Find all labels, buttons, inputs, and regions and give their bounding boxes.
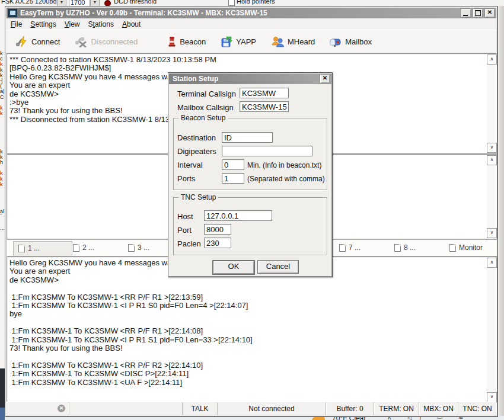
window-titlebar[interactable]: EasyTerm by UZ7HO - Ver 0.49b - Terminal… xyxy=(7,8,496,18)
scroll-up-icon[interactable]: ∧ xyxy=(487,54,497,65)
tab-channel-7[interactable]: 7 ... xyxy=(334,241,393,254)
scroll-up-icon[interactable]: ∧ xyxy=(487,155,497,165)
text-line: 1:Fm KC3SMW To KC3SMW-1 <RR P/F R2 >[22:… xyxy=(9,361,485,370)
menu-about[interactable]: About xyxy=(118,19,145,30)
port-label: Port xyxy=(177,226,192,235)
ports-field[interactable] xyxy=(222,173,244,184)
text-line: bye xyxy=(9,310,485,318)
paclen-field[interactable] xyxy=(204,238,231,248)
yapp-button[interactable]: YAPP xyxy=(218,33,260,50)
cancel-button[interactable]: Cancel xyxy=(257,260,299,274)
monitor-output-pane[interactable]: Hello Greg KC3SMW you have 4 messages wa… xyxy=(7,257,497,403)
dropdown-arrow-icon[interactable]: ▼ xyxy=(90,0,100,6)
background-dark-block xyxy=(0,368,5,408)
menu-settings[interactable]: Settings xyxy=(26,19,60,30)
text-line xyxy=(9,352,485,361)
yapp-label: YAPP xyxy=(236,37,256,46)
center-freq-field[interactable]: 1700 xyxy=(69,0,90,6)
tab-channel-8[interactable]: 8 ... xyxy=(390,241,448,254)
connect-button[interactable]: Connect xyxy=(12,33,63,50)
minimize-button[interactable] xyxy=(461,8,471,18)
disconnect-button[interactable]: Disconnected xyxy=(72,33,141,50)
text-line: 73! Thank you for using the BBS! xyxy=(9,344,485,352)
menu-stations[interactable]: Stations xyxy=(84,19,118,30)
port-field[interactable] xyxy=(204,224,231,235)
dropdown-arrow-icon[interactable]: ▼ xyxy=(57,0,66,6)
text-line: *** Connected to station KC3SMW-1 8/13/2… xyxy=(9,56,485,64)
clear-icon[interactable]: ✕ xyxy=(58,405,65,412)
page-icon xyxy=(449,244,456,252)
paclen-label: Paclen xyxy=(177,239,201,248)
mailbox-callsign-label: Mailbox Callsign xyxy=(177,103,234,112)
mailbox-button[interactable]: Mailbox xyxy=(326,33,375,50)
dcd-indicator-icon xyxy=(104,0,111,6)
background-text-fragments: kckkk┤(a|C kk kkh kkk al‾ ... xyxy=(0,51,5,231)
page-icon xyxy=(394,244,401,252)
terminal-scrollbar[interactable]: ∧ ∨ xyxy=(487,54,496,153)
tab-label: 2 ... xyxy=(82,243,94,252)
menu-file[interactable]: File xyxy=(7,19,26,30)
dialog-titlebar[interactable]: Station Setup ✕ xyxy=(169,73,331,84)
text-line: 1:Fm KC3SMW-1 To KC3SMW <DISC P>[22:14:1… xyxy=(9,370,485,378)
tab-monitor[interactable]: Monitor xyxy=(445,241,503,254)
connect-label: Connect xyxy=(31,37,60,46)
scroll-down-icon[interactable]: ∨ xyxy=(487,143,497,153)
scroll-down-icon[interactable]: ∨ xyxy=(487,392,497,402)
window-title: EasyTerm by UZ7HO - Ver 0.49b - Terminal… xyxy=(20,9,267,17)
text-line: 1:Fm KC3SMW-1 To KC3SMW <RR P/F R1 >[22:… xyxy=(9,327,485,335)
tnc-setup-group-title: TNC Setup xyxy=(178,193,218,201)
text-line xyxy=(9,319,485,327)
disconnect-icon xyxy=(75,36,88,47)
status-connection: Not connected xyxy=(218,402,326,415)
page-icon xyxy=(339,244,346,252)
tab-label: 3 ... xyxy=(138,243,149,252)
monitor-scrollbar[interactable]: ∧ ∨ xyxy=(487,258,496,402)
page-icon xyxy=(18,245,25,252)
text-line: 1:Fm KC3SMW-1 To KC3SMW <I P R1 S1 pid=F… xyxy=(9,336,485,344)
ports-label: Ports xyxy=(177,174,195,183)
beacon-label: Beacon xyxy=(180,37,206,46)
interval-field[interactable] xyxy=(222,159,244,170)
beacon-icon xyxy=(167,36,177,47)
beacon-button[interactable]: Beacon xyxy=(164,33,209,50)
scroll-down-icon[interactable]: ∨ xyxy=(487,228,497,238)
tab-label: 1 ... xyxy=(28,244,40,252)
status-buffer: Buffer: 0 xyxy=(326,402,374,415)
host-field[interactable] xyxy=(204,210,272,221)
beacon-setup-group-title: Beacon Setup xyxy=(178,114,228,122)
text-line: ... xyxy=(0,226,5,231)
scroll-up-icon[interactable]: ∧ xyxy=(487,258,497,268)
status-empty-panel xyxy=(69,402,183,415)
destination-field[interactable] xyxy=(222,132,273,143)
tab-label: 7 ... xyxy=(349,243,361,252)
tab-label: Monitor xyxy=(459,243,483,252)
tab-label: 8 ... xyxy=(404,243,416,252)
dialog-title: Station Setup xyxy=(169,75,218,83)
monitor-output-text: Hello Greg KC3SMW you have 4 messages wa… xyxy=(9,259,485,402)
tab-channel-2[interactable]: 2 ... xyxy=(68,241,126,254)
maximize-button[interactable] xyxy=(473,8,483,18)
status-clear-panel: ✕ xyxy=(7,402,69,415)
background-blue-block xyxy=(0,408,5,420)
status-tnc: TNC: ON xyxy=(458,402,496,415)
background-app-strip: FSK AX.25 1200bd ▼ 1700 ▼ DCD threshold … xyxy=(0,0,504,6)
ports-note: (Separated with comma) xyxy=(247,175,325,183)
digipeaters-field[interactable] xyxy=(222,146,312,156)
input-scrollbar[interactable]: ∧ ∨ xyxy=(487,155,496,238)
modem-mode-label: FSK AX.25 1200bd xyxy=(1,0,57,5)
ok-button[interactable]: OK xyxy=(212,260,255,275)
hold-pointers-checkbox[interactable] xyxy=(228,0,235,6)
mailbox-callsign-field[interactable] xyxy=(240,101,289,112)
interval-label: Interval xyxy=(177,161,203,169)
digipeaters-label: Digipeaters xyxy=(177,147,216,156)
tab-channel-1[interactable]: 1 ... xyxy=(13,241,72,255)
mheard-button[interactable]: MHeard xyxy=(268,33,318,50)
close-button[interactable]: ✕ xyxy=(484,8,495,18)
menu-view[interactable]: View xyxy=(60,19,84,30)
dialog-close-button[interactable]: ✕ xyxy=(320,74,330,84)
page-icon xyxy=(128,244,135,252)
status-term: TERM: ON xyxy=(374,402,419,415)
text-line: 1:Fm KC3SMW To KC3SMW-1 <UA F >[22:14:11… xyxy=(9,379,485,387)
terminal-callsign-field[interactable] xyxy=(240,88,289,98)
status-talk: TALK xyxy=(183,402,218,415)
